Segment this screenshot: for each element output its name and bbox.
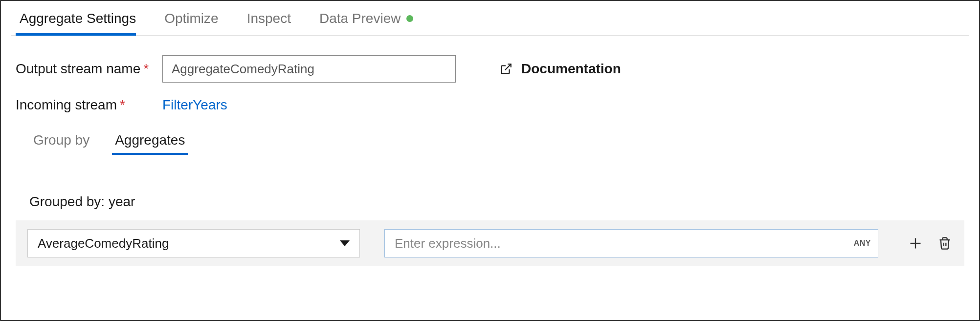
expression-placeholder: Enter expression... [395, 236, 501, 251]
subtab-group-by[interactable]: Group by [30, 128, 92, 155]
svg-line-0 [505, 64, 511, 70]
output-stream-input[interactable] [162, 55, 456, 83]
plus-icon [909, 236, 922, 250]
column-select[interactable]: AverageComedyRating [27, 229, 360, 257]
tab-optimize[interactable]: Optimize [156, 1, 238, 35]
tab-label: Inspect [247, 11, 291, 26]
row-actions [908, 235, 953, 251]
trash-icon [938, 236, 952, 250]
subtab-aggregates[interactable]: Aggregates [112, 128, 188, 155]
external-link-icon [500, 63, 512, 75]
type-badge: ANY [854, 239, 871, 248]
tab-label: Data Preview [319, 11, 401, 26]
sub-tabs: Group by Aggregates [30, 128, 964, 155]
subtab-label: Aggregates [115, 132, 185, 148]
grouped-by-text: Grouped by: year [29, 194, 964, 210]
tab-inspect[interactable]: Inspect [238, 1, 311, 35]
tab-label: Aggregate Settings [20, 11, 136, 26]
tab-label: Optimize [164, 11, 218, 26]
column-select-value: AverageComedyRating [38, 236, 169, 251]
required-asterisk: * [120, 97, 125, 112]
aggregate-row: AverageComedyRating Enter expression... … [16, 220, 964, 266]
subtab-label: Group by [33, 132, 89, 148]
tab-aggregate-settings[interactable]: Aggregate Settings [11, 1, 156, 35]
documentation-label: Documentation [521, 61, 621, 77]
output-stream-label: Output stream name* [16, 61, 162, 77]
required-asterisk: * [143, 61, 149, 76]
chevron-down-icon [340, 240, 350, 246]
delete-button[interactable] [937, 235, 953, 251]
main-tabs: Aggregate Settings Optimize Inspect Data… [11, 1, 969, 36]
tab-data-preview[interactable]: Data Preview [311, 1, 433, 35]
expression-input[interactable]: Enter expression... ANY [384, 229, 878, 257]
incoming-stream-label: Incoming stream* [16, 97, 162, 113]
incoming-stream-link[interactable]: FilterYears [162, 97, 227, 113]
status-dot-icon [406, 15, 413, 22]
documentation-link[interactable]: Documentation [500, 61, 621, 77]
add-button[interactable] [908, 235, 923, 251]
